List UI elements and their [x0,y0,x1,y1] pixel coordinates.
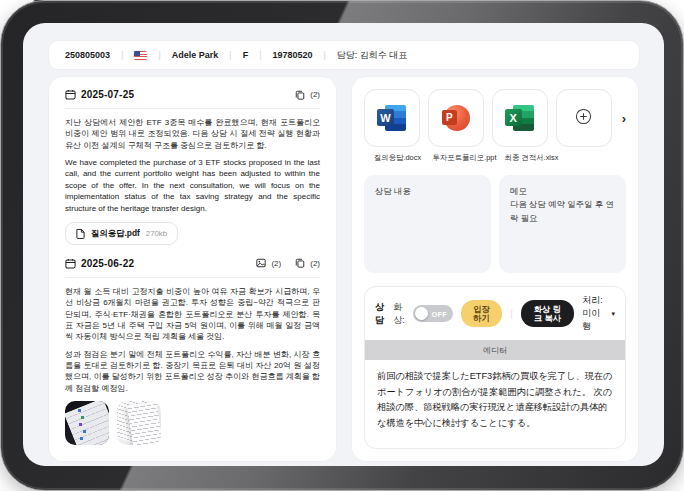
consultation-detail-panel: W P X [352,77,638,461]
file-name-row: 질의응답.docx 투자포트폴리오.ppt 최종 견적서.xlsx [364,153,626,163]
divider [65,108,320,109]
file-card-excel[interactable]: X [492,89,548,147]
tablet-frame: 250805003 | | Adele Park | F | 19780520 … [0,0,684,491]
note-paragraph: 현재 월 소득 대비 고정지출 비중이 높아 여유 자금 확보가 시급하며, 우… [65,286,320,343]
note-header: 2025-06-22 (2) [65,258,320,269]
main-columns: 2025-07-25 (2) 지난 상담에서 제안한 ETF [49,77,638,461]
copy-icon[interactable] [295,258,305,268]
client-manager: 담당: 김희수 대표 [337,49,408,62]
toggle-state-label: OFF [432,309,448,318]
image-icon[interactable] [256,258,266,268]
separator: | [158,50,160,60]
consultation-notes-panel: 2025-07-25 (2) 지난 상담에서 제안한 ETF [49,77,336,461]
photo-thumbnail[interactable] [65,401,109,445]
calendar-icon [65,89,76,100]
powerpoint-file-icon: P [442,104,470,132]
file-card-ppt[interactable]: P [428,89,484,147]
chevron-down-icon: ▾ [611,310,615,318]
video-label: 화상: [393,301,405,327]
calendar-icon [65,258,76,269]
status-dropdown-label: 처리: 미이행 [582,294,607,333]
us-flag-icon [134,51,147,60]
add-file-card[interactable] [556,89,612,147]
file-card-row: W P X [364,89,626,147]
editor-header: 에디터 [365,340,625,360]
memo-title: 메모 [510,185,615,198]
word-file-icon: W [377,104,407,132]
editor-section: 상담 화상: OFF 입장하기 | 화상 링크 복사 처리: 미이행 [364,286,626,449]
divider [65,277,320,278]
note-paragraph: We have completed the purchase of 3 ETF … [65,157,320,214]
memo-body: 다음 상담 예약 일주일 후 연락 필요 [510,198,615,225]
consult-content-box[interactable]: 상담 내용 [364,175,491,273]
status-dropdown[interactable]: 처리: 미이행 ▾ [582,294,615,333]
client-id: 250805003 [65,50,110,60]
file-card-word[interactable]: W [364,89,420,147]
client-info-bar: 250805003 | | Adele Park | F | 19780520 … [49,41,639,69]
file-name: 질의응답.docx [364,153,431,163]
separator: | [121,50,123,60]
photo-thumbnail[interactable] [117,401,161,445]
consult-label: 상담 [375,301,385,327]
toggle-knob [415,307,428,320]
separator: | [259,50,261,60]
editor-content[interactable]: 前回の相談で提案したETF3銘柄の買収を完了し、現在のポートフォリオの割合が提案… [365,360,625,448]
divider: | [510,308,513,319]
memo-box[interactable]: 메모 다음 상담 예약 일주일 후 연락 필요 [499,175,626,273]
plus-circle-icon [575,108,592,129]
separator: | [229,50,231,60]
video-toggle[interactable]: OFF [413,305,453,322]
pdf-attachment-chip[interactable]: 질의응답.pdf 270kb [65,222,178,245]
chevron-right-icon[interactable]: › [622,112,626,125]
note-entry: 2025-07-25 (2) 지난 상담에서 제안한 ETF [65,89,320,245]
consult-controls-bar: 상담 화상: OFF 입장하기 | 화상 링크 복사 처리: 미이행 [365,287,625,340]
attachment-size: 270kb [146,229,167,238]
enter-meeting-button[interactable]: 입장하기 [461,300,502,327]
note-date: 2025-06-22 [81,258,134,269]
photo-thumbnails [65,401,320,445]
client-gender: F [243,50,249,60]
copy-count: (2) [310,259,320,268]
app-screen: 250805003 | | Adele Park | F | 19780520 … [23,23,664,466]
note-entry: 2025-06-22 (2) [65,258,320,445]
note-date: 2025-07-25 [81,89,134,100]
note-paragraph: 성과 점검은 분기 말에 전체 포트폴리오 수익률, 자산 배분 변화, 시장 … [65,349,320,394]
tablet-device: 250805003 | | Adele Park | F | 19780520 … [0,0,684,491]
client-birthdate: 19780520 [272,50,312,60]
image-count: (2) [271,259,281,268]
file-name: 최종 견적서.xlsx [498,153,565,163]
note-header: 2025-07-25 (2) [65,89,320,100]
note-boxes: 상담 내용 메모 다음 상담 예약 일주일 후 연락 필요 [364,175,626,273]
attachment-name: 질의응답.pdf [91,228,140,239]
file-name: 투자포트폴리오.ppt [431,153,498,163]
note-paragraph: 지난 상담에서 제안한 ETF 3종목 매수를 완료했으며, 현재 포트폴리오 … [65,117,320,151]
copy-count: (2) [310,90,320,99]
file-icon [76,228,85,239]
copy-icon[interactable] [295,90,305,100]
separator: | [324,50,326,60]
client-name: Adele Park [172,50,219,60]
consult-content-label: 상담 내용 [375,185,480,198]
excel-file-icon: X [505,104,535,132]
copy-video-link-button[interactable]: 화상 링크 복사 [521,300,574,327]
